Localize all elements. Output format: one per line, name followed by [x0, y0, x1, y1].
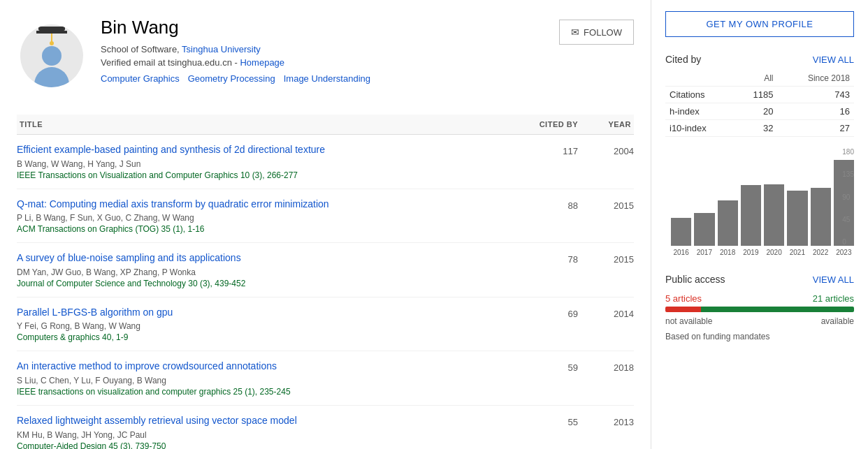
chart-bar [764, 184, 784, 246]
paper-year: 2013 [578, 414, 634, 427]
stat-since: 27 [778, 120, 854, 137]
table-row: An interactive method to improve crowdso… [17, 351, 634, 406]
available-count: 21 articles [813, 293, 854, 304]
paper-title-link[interactable]: Efficient example-based painting and syn… [17, 144, 325, 155]
paper-year: 2015 [578, 198, 634, 211]
paper-cited: 78 [508, 251, 578, 265]
chart-y-axis: 180 135 90 45 0 [842, 148, 854, 246]
paper-title-link[interactable]: Parallel L-BFGS-B algorithm on gpu [17, 307, 173, 318]
paper-cited: 59 [508, 360, 578, 373]
chart-labels: 20162017201820192020202120222023 [665, 249, 854, 256]
table-row: Parallel L-BFGS-B algorithm on gpu Y Fei… [17, 297, 634, 352]
paper-title-link[interactable]: An interactive method to improve crowdso… [17, 360, 277, 371]
table-row: Efficient example-based painting and syn… [17, 135, 634, 189]
paper-cited: 55 [508, 414, 578, 427]
stats-col-label [665, 71, 734, 87]
stats-col-all: All [734, 71, 777, 87]
stats-row: i10-index 32 27 [665, 120, 854, 137]
paper-journal: ACM Transactions on Graphics (TOG) 35 (1… [17, 224, 508, 234]
paper-title-link[interactable]: Relaxed lightweight assembly retrieval u… [17, 415, 297, 426]
cited-by-section: Cited by VIEW ALL All Since 2018 Citatio… [665, 54, 854, 260]
stat-label: Citations [665, 87, 734, 103]
profile-tags: Computer Graphics Geometry Processing Im… [101, 73, 559, 84]
stat-all: 1185 [734, 87, 777, 103]
stats-row: Citations 1185 743 [665, 87, 854, 103]
paper-journal: IEEE transactions on visualization and c… [17, 387, 508, 397]
chart-year-label: 2022 [811, 249, 831, 256]
paper-authors: B Wang, W Wang, H Yang, J Sun [17, 159, 508, 169]
access-labels: 5 articles 21 articles [665, 293, 854, 304]
paper-year: 2015 [578, 251, 634, 265]
paper-journal: Journal of Computer Science and Technolo… [17, 279, 508, 288]
paper-year: 2018 [578, 360, 634, 373]
paper-cited: 69 [508, 306, 578, 319]
profile-name: Bin Wang [101, 17, 559, 38]
paper-cited: 117 [508, 143, 578, 156]
chart-year-label: 2023 [834, 249, 854, 256]
stat-since: 743 [778, 87, 854, 103]
chart-year-label: 2020 [764, 249, 784, 256]
stats-row: h-index 20 16 [665, 103, 854, 120]
paper-year: 2004 [578, 143, 634, 156]
stat-all: 20 [734, 103, 777, 120]
public-access-title: Public access [665, 274, 725, 285]
chart-bar [787, 191, 807, 246]
paper-authors: Y Fei, G Rong, B Wang, W Wang [17, 321, 508, 331]
homepage-link[interactable]: Homepage [240, 57, 284, 68]
profile-affiliation: School of Software, Tsinghua University [101, 44, 559, 54]
paper-cited: 88 [508, 198, 578, 211]
access-status: not available available [665, 316, 854, 326]
papers-list: Efficient example-based painting and syn… [17, 135, 634, 449]
chart-year-label: 2019 [741, 249, 761, 256]
paper-year: 2014 [578, 306, 634, 319]
papers-header: TITLE CITED BY YEAR [17, 115, 634, 135]
stats-table: All Since 2018 Citations 1185 743 h-inde… [665, 71, 854, 137]
profile-email: Verified email at tsinghua.edu.cn - Home… [101, 57, 559, 68]
access-bar [665, 307, 854, 312]
access-bar-green [701, 307, 854, 312]
tag-geometry-processing[interactable]: Geometry Processing [188, 73, 275, 84]
chart-bar [741, 185, 761, 246]
chart-year-label: 2016 [671, 249, 691, 256]
chart-bar [671, 218, 691, 246]
access-bar-red [665, 307, 701, 312]
not-available-count: 5 articles [665, 293, 702, 304]
funding-text: Based on funding mandates [665, 332, 854, 341]
stats-tbody: Citations 1185 743 h-index 20 16 i10-ind… [665, 87, 854, 137]
affiliation-link[interactable]: Tsinghua University [182, 44, 261, 54]
table-row: Relaxed lightweight assembly retrieval u… [17, 406, 634, 449]
bar-chart: 180 135 90 45 0 201620172018201920202021… [665, 148, 854, 260]
chart-year-label: 2017 [694, 249, 714, 256]
stat-all: 32 [734, 120, 777, 137]
paper-title-link[interactable]: Q-mat: Computing medial axis transform b… [17, 198, 329, 209]
cited-by-title: Cited by [665, 54, 701, 65]
chart-bars [665, 148, 854, 246]
mail-icon: ✉ [571, 27, 579, 38]
follow-button[interactable]: ✉ FOLLOW [559, 20, 634, 45]
chart-bar [694, 213, 714, 246]
tag-image-understanding[interactable]: Image Understanding [284, 73, 370, 84]
col-title-header: TITLE [17, 120, 508, 128]
public-access-section: Public access VIEW ALL 5 articles 21 art… [665, 274, 854, 341]
table-row: Q-mat: Computing medial axis transform b… [17, 189, 634, 244]
chart-bar [811, 188, 831, 246]
col-year-header: YEAR [578, 120, 634, 128]
paper-title-link[interactable]: A survey of blue-noise sampling and its … [17, 252, 241, 263]
chart-year-label: 2021 [787, 249, 807, 256]
tag-computer-graphics[interactable]: Computer Graphics [101, 73, 180, 84]
stats-col-since: Since 2018 [778, 71, 854, 87]
get-profile-button[interactable]: GET MY OWN PROFILE [665, 11, 854, 37]
not-available-label: not available [665, 316, 712, 326]
view-all-access-link[interactable]: VIEW ALL [813, 274, 854, 285]
col-cited-header: CITED BY [508, 120, 578, 128]
sidebar: GET MY OWN PROFILE Cited by VIEW ALL All… [651, 0, 868, 449]
stat-label: h-index [665, 103, 734, 120]
stat-since: 16 [778, 103, 854, 120]
paper-journal: Computer-Aided Design 45 (3), 739-750 [17, 441, 508, 449]
paper-authors: KM Hu, B Wang, JH Yong, JC Paul [17, 430, 508, 440]
view-all-citations-link[interactable]: VIEW ALL [813, 54, 854, 65]
paper-journal: IEEE Transactions on Visualization and C… [17, 170, 508, 180]
stat-label: i10-index [665, 120, 734, 137]
paper-authors: S Liu, C Chen, Y Lu, F Ouyang, B Wang [17, 376, 508, 385]
chart-bar [718, 200, 738, 246]
